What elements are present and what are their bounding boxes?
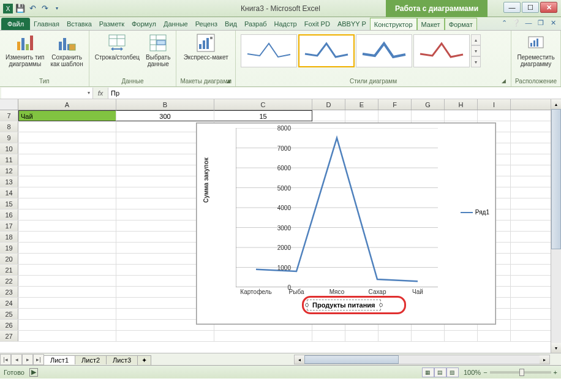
hscroll-thumb[interactable] [304,355,399,364]
horizontal-scrollbar[interactable]: ◂ ▸ [294,355,550,364]
row-header-13[interactable]: 13 [0,176,18,187]
cell-C7[interactable]: 15 [214,110,312,121]
cell-A21[interactable] [18,265,116,276]
row-header-24[interactable]: 24 [0,298,18,308]
sheet-nav-next-icon[interactable]: ▸ [22,354,33,365]
workbook-restore-icon[interactable]: ❐ [537,18,545,27]
cell-A12[interactable] [18,165,116,176]
column-header-G[interactable]: G [412,99,445,110]
view-page-break-icon[interactable]: ▧ [446,368,459,377]
chart-style-1[interactable] [241,34,297,67]
change-chart-type-button[interactable]: Изменить тип диаграммы [4,32,46,69]
cell-A9[interactable] [18,132,116,143]
tab-abbyy[interactable]: ABBYY P [334,18,370,30]
scroll-up-icon[interactable]: ▴ [551,99,561,109]
cell-I27[interactable] [478,331,511,342]
select-data-button[interactable]: Выбрать данные [144,32,172,69]
tab-chart-format[interactable]: Формат [445,18,477,30]
chart-style-3[interactable] [356,34,412,67]
row-header-20[interactable]: 20 [0,254,18,264]
gallery-more-icon[interactable]: ▾ [471,56,481,67]
select-all-corner[interactable] [0,99,18,110]
cell-C27[interactable] [214,331,312,342]
row-header-11[interactable]: 11 [0,154,18,165]
cell-A25[interactable] [18,309,116,320]
row-header-21[interactable]: 21 [0,265,18,275]
row-header-26[interactable]: 26 [0,320,18,330]
resize-handle-left-icon[interactable] [305,303,309,307]
name-box[interactable]: ▾ [1,88,93,99]
column-header-E[interactable]: E [345,99,378,110]
row-header-12[interactable]: 12 [0,165,18,176]
sheet-nav-prev-icon[interactable]: ◂ [11,354,22,365]
cell-E27[interactable] [345,331,378,342]
styles-dialog-launcher-icon[interactable]: ◢ [500,78,507,85]
column-header-I[interactable]: I [478,99,511,110]
row-header-7[interactable]: 7 [0,110,18,121]
sheet-tab-1[interactable]: Лист1 [43,355,75,364]
cell-B7[interactable]: 300 [116,110,214,121]
zoom-slider[interactable] [490,371,551,374]
minimize-button[interactable]: — [503,2,521,13]
worksheet-grid[interactable]: ABCDEFGHI 7Чай30015891011121314151617181… [0,99,561,353]
sheet-nav-first-icon[interactable]: |◂ [0,354,11,365]
sheet-tab-3[interactable]: Лист3 [106,355,138,364]
cell-A27[interactable] [18,331,116,342]
zoom-slider-thumb[interactable] [519,369,524,376]
cell-A7[interactable]: Чай [18,110,116,121]
row-header-15[interactable]: 15 [0,198,18,209]
cell-G27[interactable] [412,331,445,342]
sheet-nav-last-icon[interactable]: ▸| [33,354,44,365]
cell-D27[interactable] [312,331,345,342]
cell-A19[interactable] [18,243,116,254]
cell-F27[interactable] [378,331,412,342]
workbook-minimize-icon[interactable]: — [524,18,533,27]
scroll-left-icon[interactable]: ◂ [295,355,304,364]
y-axis-title[interactable]: Сумма закупок [203,157,209,203]
cell-D7[interactable] [312,110,345,121]
cell-A16[interactable] [18,209,116,221]
column-header-F[interactable]: F [378,99,412,110]
layouts-dialog-launcher-icon[interactable]: ◢ [224,78,232,85]
undo-icon[interactable]: ↶ [27,3,38,14]
view-page-layout-icon[interactable]: ▤ [434,368,446,377]
formula-input[interactable]: Пр [108,88,561,99]
column-header-C[interactable]: C [214,99,312,110]
workbook-close-icon[interactable]: ✕ [549,18,557,27]
fx-icon[interactable]: fx [93,89,108,97]
scroll-down-icon[interactable]: ▾ [551,343,561,353]
column-header-A[interactable]: A [18,99,116,110]
tab-formulas[interactable]: Формул [128,18,160,30]
chart-legend[interactable]: Ряд1 [461,209,489,216]
close-button[interactable]: ✕ [540,2,557,13]
zoom-out-button[interactable]: − [483,369,487,376]
cell-A18[interactable] [18,232,116,243]
cell-H7[interactable] [445,110,478,121]
scroll-right-icon[interactable]: ▸ [540,355,549,364]
cell-A15[interactable] [18,198,116,209]
cell-A13[interactable] [18,176,116,187]
cell-H27[interactable] [445,331,478,342]
tab-review[interactable]: Реценз [192,18,221,30]
tab-addins[interactable]: Надстр [271,18,301,30]
switch-row-column-button[interactable]: Строка/столбец [93,32,141,62]
move-chart-button[interactable]: Переместить диаграмму [515,32,556,69]
tab-home[interactable]: Главная [30,18,63,30]
file-tab[interactable]: Файл [1,18,30,30]
tab-data[interactable]: Данные [160,18,192,30]
cell-I7[interactable] [478,110,511,121]
cell-G7[interactable] [412,110,445,121]
vertical-scrollbar[interactable]: ▴ ▾ [551,99,561,353]
tab-developer[interactable]: Разраб [241,18,271,30]
cell-A23[interactable] [18,287,116,298]
row-header-18[interactable]: 18 [0,232,18,242]
zoom-in-button[interactable]: + [554,369,557,376]
namebox-dropdown-icon[interactable]: ▾ [88,90,90,96]
embedded-chart[interactable]: Сумма закупок Ряд1 Продукты питания 0100… [196,123,496,325]
save-as-template-button[interactable]: Сохранить как шаблон [48,32,85,69]
minimize-ribbon-icon[interactable]: ⌃ [500,18,508,27]
row-header-27[interactable]: 27 [0,331,18,341]
column-header-B[interactable]: B [116,99,214,110]
save-icon[interactable]: 💾 [15,3,26,14]
zoom-level[interactable]: 100% [464,369,481,376]
